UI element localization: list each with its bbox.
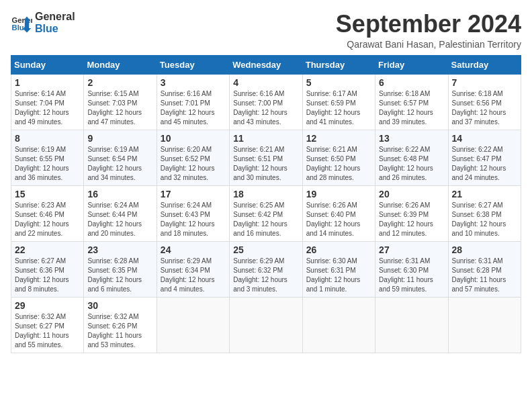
day-number: 26 bbox=[306, 244, 371, 255]
col-header-thursday: Thursday bbox=[302, 55, 375, 74]
calendar-cell: 29Sunrise: 6:32 AMSunset: 6:27 PMDayligh… bbox=[11, 297, 84, 353]
day-info: Sunrise: 6:26 AMSunset: 6:40 PMDaylight:… bbox=[306, 201, 371, 238]
calendar-cell: 26Sunrise: 6:30 AMSunset: 6:31 PMDayligh… bbox=[302, 241, 375, 297]
day-number: 16 bbox=[87, 189, 152, 199]
day-number: 19 bbox=[306, 189, 371, 199]
calendar-cell: 28Sunrise: 6:31 AMSunset: 6:28 PMDayligh… bbox=[448, 241, 521, 297]
calendar-cell: 16Sunrise: 6:24 AMSunset: 6:44 PMDayligh… bbox=[84, 185, 157, 241]
calendar-cell bbox=[157, 297, 229, 353]
day-info: Sunrise: 6:15 AMSunset: 7:03 PMDaylight:… bbox=[87, 89, 152, 127]
day-info: Sunrise: 6:29 AMSunset: 6:34 PMDaylight:… bbox=[161, 257, 226, 294]
calendar-cell: 30Sunrise: 6:32 AMSunset: 6:26 PMDayligh… bbox=[84, 297, 157, 353]
title-area: September 2024 Qarawat Bani Hasan, Pales… bbox=[336, 11, 521, 50]
col-header-monday: Monday bbox=[84, 55, 157, 74]
calendar-cell: 3Sunrise: 6:16 AMSunset: 7:01 PMDaylight… bbox=[157, 74, 229, 130]
calendar-cell bbox=[302, 297, 375, 353]
day-number: 1 bbox=[15, 77, 80, 88]
day-number: 29 bbox=[15, 300, 80, 311]
day-number: 21 bbox=[452, 189, 517, 199]
day-info: Sunrise: 6:16 AMSunset: 7:00 PMDaylight:… bbox=[233, 89, 298, 127]
week-row-5: 29Sunrise: 6:32 AMSunset: 6:27 PMDayligh… bbox=[11, 297, 521, 353]
calendar-cell bbox=[230, 297, 302, 353]
col-header-tuesday: Tuesday bbox=[157, 55, 229, 74]
calendar-cell: 25Sunrise: 6:29 AMSunset: 6:32 PMDayligh… bbox=[230, 241, 302, 297]
day-info: Sunrise: 6:32 AMSunset: 6:26 PMDaylight:… bbox=[87, 312, 152, 350]
calendar-cell: 9Sunrise: 6:19 AMSunset: 6:54 PMDaylight… bbox=[84, 130, 157, 185]
calendar-cell bbox=[448, 297, 521, 353]
calendar-cell: 19Sunrise: 6:26 AMSunset: 6:40 PMDayligh… bbox=[302, 185, 375, 241]
calendar-cell: 17Sunrise: 6:24 AMSunset: 6:43 PMDayligh… bbox=[157, 185, 229, 241]
day-number: 7 bbox=[452, 77, 517, 88]
calendar-cell: 15Sunrise: 6:23 AMSunset: 6:46 PMDayligh… bbox=[11, 185, 84, 241]
day-number: 14 bbox=[452, 133, 517, 144]
day-info: Sunrise: 6:23 AMSunset: 6:46 PMDaylight:… bbox=[15, 201, 80, 238]
calendar-cell: 12Sunrise: 6:21 AMSunset: 6:50 PMDayligh… bbox=[302, 130, 375, 185]
calendar-cell: 6Sunrise: 6:18 AMSunset: 6:57 PMDaylight… bbox=[375, 74, 448, 130]
day-info: Sunrise: 6:18 AMSunset: 6:57 PMDaylight:… bbox=[379, 89, 444, 127]
day-info: Sunrise: 6:31 AMSunset: 6:30 PMDaylight:… bbox=[379, 257, 444, 294]
day-number: 9 bbox=[87, 133, 152, 144]
day-info: Sunrise: 6:20 AMSunset: 6:52 PMDaylight:… bbox=[161, 145, 226, 183]
col-header-wednesday: Wednesday bbox=[230, 55, 302, 74]
day-info: Sunrise: 6:28 AMSunset: 6:35 PMDaylight:… bbox=[87, 257, 152, 294]
header-row: SundayMondayTuesdayWednesdayThursdayFrid… bbox=[11, 55, 521, 74]
calendar-cell: 1Sunrise: 6:14 AMSunset: 7:04 PMDaylight… bbox=[11, 74, 84, 130]
month-title: September 2024 bbox=[336, 11, 521, 38]
day-number: 10 bbox=[161, 133, 226, 144]
day-info: Sunrise: 6:22 AMSunset: 6:47 PMDaylight:… bbox=[452, 145, 517, 183]
calendar-cell: 21Sunrise: 6:27 AMSunset: 6:38 PMDayligh… bbox=[448, 185, 521, 241]
day-info: Sunrise: 6:21 AMSunset: 6:50 PMDaylight:… bbox=[306, 145, 371, 183]
day-info: Sunrise: 6:18 AMSunset: 6:56 PMDaylight:… bbox=[452, 89, 517, 127]
day-info: Sunrise: 6:27 AMSunset: 6:36 PMDaylight:… bbox=[15, 257, 80, 294]
calendar-cell: 10Sunrise: 6:20 AMSunset: 6:52 PMDayligh… bbox=[157, 130, 229, 185]
calendar-table: SundayMondayTuesdayWednesdayThursdayFrid… bbox=[11, 55, 521, 353]
day-info: Sunrise: 6:17 AMSunset: 6:59 PMDaylight:… bbox=[306, 89, 371, 127]
col-header-friday: Friday bbox=[375, 55, 448, 74]
day-info: Sunrise: 6:21 AMSunset: 6:51 PMDaylight:… bbox=[233, 145, 298, 183]
day-number: 20 bbox=[379, 189, 444, 199]
day-number: 5 bbox=[306, 77, 371, 88]
day-number: 17 bbox=[161, 189, 226, 199]
calendar-cell: 11Sunrise: 6:21 AMSunset: 6:51 PMDayligh… bbox=[230, 130, 302, 185]
week-row-2: 8Sunrise: 6:19 AMSunset: 6:55 PMDaylight… bbox=[11, 130, 521, 185]
calendar-cell: 24Sunrise: 6:29 AMSunset: 6:34 PMDayligh… bbox=[157, 241, 229, 297]
calendar-cell: 22Sunrise: 6:27 AMSunset: 6:36 PMDayligh… bbox=[11, 241, 84, 297]
day-number: 12 bbox=[306, 133, 371, 144]
header: General Blue General Blue September 2024… bbox=[11, 11, 521, 50]
calendar-cell bbox=[375, 297, 448, 353]
logo-general: General bbox=[35, 11, 75, 23]
calendar-cell: 20Sunrise: 6:26 AMSunset: 6:39 PMDayligh… bbox=[375, 185, 448, 241]
day-info: Sunrise: 6:19 AMSunset: 6:54 PMDaylight:… bbox=[87, 145, 152, 183]
day-info: Sunrise: 6:19 AMSunset: 6:55 PMDaylight:… bbox=[15, 145, 80, 183]
week-row-1: 1Sunrise: 6:14 AMSunset: 7:04 PMDaylight… bbox=[11, 74, 521, 130]
day-number: 22 bbox=[15, 244, 80, 255]
day-number: 11 bbox=[233, 133, 298, 144]
day-info: Sunrise: 6:16 AMSunset: 7:01 PMDaylight:… bbox=[161, 89, 226, 127]
day-number: 28 bbox=[452, 244, 517, 255]
day-number: 3 bbox=[161, 77, 226, 88]
day-info: Sunrise: 6:22 AMSunset: 6:48 PMDaylight:… bbox=[379, 145, 444, 183]
logo-icon: General Blue bbox=[11, 12, 32, 34]
day-number: 8 bbox=[15, 133, 80, 144]
day-info: Sunrise: 6:24 AMSunset: 6:44 PMDaylight:… bbox=[87, 201, 152, 238]
calendar-cell: 2Sunrise: 6:15 AMSunset: 7:03 PMDaylight… bbox=[84, 74, 157, 130]
calendar-cell: 18Sunrise: 6:25 AMSunset: 6:42 PMDayligh… bbox=[230, 185, 302, 241]
day-number: 25 bbox=[233, 244, 298, 255]
day-number: 15 bbox=[15, 189, 80, 199]
day-info: Sunrise: 6:31 AMSunset: 6:28 PMDaylight:… bbox=[452, 257, 517, 294]
day-number: 18 bbox=[233, 189, 298, 199]
day-number: 30 bbox=[87, 300, 152, 311]
day-number: 24 bbox=[161, 244, 226, 255]
day-number: 6 bbox=[379, 77, 444, 88]
svg-text:General: General bbox=[12, 16, 32, 24]
week-row-4: 22Sunrise: 6:27 AMSunset: 6:36 PMDayligh… bbox=[11, 241, 521, 297]
day-number: 27 bbox=[379, 244, 444, 255]
col-header-saturday: Saturday bbox=[448, 55, 521, 74]
calendar-cell: 7Sunrise: 6:18 AMSunset: 6:56 PMDaylight… bbox=[448, 74, 521, 130]
day-info: Sunrise: 6:24 AMSunset: 6:43 PMDaylight:… bbox=[161, 201, 226, 238]
calendar-cell: 8Sunrise: 6:19 AMSunset: 6:55 PMDaylight… bbox=[11, 130, 84, 185]
day-info: Sunrise: 6:26 AMSunset: 6:39 PMDaylight:… bbox=[379, 201, 444, 238]
calendar-cell: 5Sunrise: 6:17 AMSunset: 6:59 PMDaylight… bbox=[302, 74, 375, 130]
week-row-3: 15Sunrise: 6:23 AMSunset: 6:46 PMDayligh… bbox=[11, 185, 521, 241]
col-header-sunday: Sunday bbox=[11, 55, 84, 74]
